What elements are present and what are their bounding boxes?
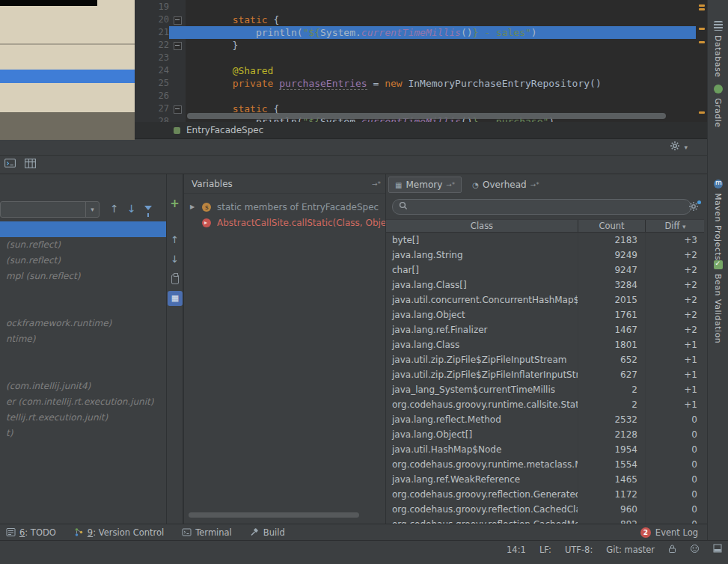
error-stripe-mark[interactable] (699, 111, 705, 114)
toolwindow-button-database[interactable]: Database (708, 21, 728, 78)
tab-pin-icon[interactable]: →* (446, 181, 455, 188)
stack-frame-row[interactable] (0, 363, 166, 378)
line-number[interactable]: 27 (135, 102, 169, 115)
lock-icon[interactable] (668, 544, 676, 554)
memory-table-row[interactable]: org.codehaus.groovy.runtime.metaclass.M1… (386, 457, 704, 472)
memory-table-row[interactable]: char[]9247+2 (386, 263, 704, 278)
settings-gear-icon[interactable] (670, 141, 680, 153)
encoding-widget[interactable]: UTF-8: (565, 544, 593, 556)
line-number[interactable]: 23 (135, 52, 169, 64)
statusbar-event-log[interactable]: 2 Event Log (640, 527, 698, 538)
toolwindow-button-bean-validation[interactable]: Bean Validation (708, 260, 728, 343)
editor-error-stripe[interactable] (696, 0, 707, 122)
stack-frame-row[interactable] (0, 221, 166, 237)
fold-marker-icon[interactable] (169, 102, 186, 115)
stack-frame-row[interactable] (0, 347, 166, 363)
chevron-down-icon[interactable]: ▾ (684, 144, 688, 151)
stack-frame-row[interactable]: er (com.intellij.rt.execution.junit) (0, 394, 166, 410)
combo-arrow-icon[interactable]: ▾ (85, 202, 99, 217)
toggle-toolwindows-icon[interactable] (713, 544, 722, 553)
table-view-icon[interactable] (24, 157, 37, 172)
memory-table-row[interactable]: java.lang.String9249+2 (386, 248, 704, 263)
line-number[interactable]: 22 (135, 39, 169, 52)
error-stripe-mark[interactable] (699, 4, 705, 7)
debug-session-tab[interactable]: EntryFacadeSpec (186, 125, 263, 135)
code-line[interactable]: 26 (135, 90, 696, 102)
copy-icon[interactable] (171, 275, 179, 284)
memory-search-field[interactable] (392, 199, 691, 215)
column-header-diff[interactable]: Diff ▾ (645, 220, 704, 232)
stack-frame-row[interactable]: ntime) (0, 331, 166, 347)
statusbar-todo[interactable]: 6: TODO (6, 527, 56, 538)
frame-up-icon[interactable]: ↑ (110, 203, 119, 215)
memory-table-row[interactable]: java.lang.Object1761+2 (386, 307, 704, 322)
line-number[interactable]: 20 (135, 13, 169, 26)
memory-table-row[interactable]: java.lang.reflect.Method25320 (386, 412, 704, 427)
filter-icon[interactable] (144, 206, 152, 210)
memory-table-row[interactable]: org.codehaus.groovy.reflection.Generated… (386, 487, 704, 502)
toolwindow-button-gradle[interactable]: Gradle (708, 85, 728, 128)
stack-frame-row[interactable] (0, 284, 166, 300)
stack-frame-row[interactable]: ockframework.runtime) (0, 316, 166, 331)
line-number[interactable]: 19 (135, 1, 169, 13)
memory-table-row[interactable]: java.lang.ref.Finalizer1467+2 (386, 322, 704, 337)
code-line[interactable]: 21 println("${System.currentTimeMillis()… (135, 26, 696, 39)
error-stripe-mark[interactable] (699, 28, 705, 30)
statusbar-build[interactable]: Build (250, 527, 285, 538)
variables-horizontal-scrollbar[interactable] (189, 512, 359, 518)
stack-frame-row[interactable]: (sun.reflect) (0, 237, 166, 253)
column-header-class[interactable]: Class (386, 220, 578, 232)
variables-method-node[interactable]: AbstractCallSite.callStatic(Class, Objec (184, 215, 385, 230)
line-number[interactable]: 25 (135, 77, 169, 90)
memory-table-row[interactable]: java.lang.ref.WeakReference14650 (386, 472, 704, 487)
code-line[interactable]: 19 (135, 1, 696, 13)
tab-memory[interactable]: ▦ Memory →* (388, 177, 462, 193)
fold-marker-icon[interactable] (169, 39, 186, 52)
error-stripe-mark[interactable] (699, 8, 705, 10)
code-editor[interactable]: 1920 static {21 println("${System.curren… (135, 0, 696, 122)
stack-frame-row[interactable]: mpl (sun.reflect) (0, 269, 166, 284)
stack-frame-row[interactable] (0, 300, 166, 316)
thread-selector-combo[interactable]: ▾ (0, 201, 100, 218)
expand-arrow-icon[interactable]: ▶ (190, 203, 198, 210)
toolwindow-button-maven[interactable]: Maven Projects (708, 180, 728, 260)
code-line[interactable]: 20 static { (135, 13, 696, 26)
memory-table-row[interactable]: java.lang.Class1801+1 (386, 337, 704, 352)
memory-table-row[interactable]: java.util.concurrent.ConcurrentHashMap$N… (386, 292, 704, 307)
caret-position[interactable]: 14:1 (507, 544, 526, 556)
line-number[interactable]: 26 (135, 90, 169, 102)
variables-static-node[interactable]: ▶ static members of EntryFacadeSpec (184, 199, 385, 215)
error-stripe-mark[interactable] (699, 41, 705, 43)
stack-frame-row[interactable]: (com.intellij.junit4) (0, 378, 166, 394)
memory-table-row[interactable]: java.lang.Class[]3284+2 (386, 278, 704, 292)
memory-table-row[interactable]: java.util.zip.ZipFile$ZipFileInflaterInp… (386, 367, 704, 382)
memory-table-row[interactable]: java.util.zip.ZipFile$ZipFileInputStream… (386, 352, 704, 367)
memory-table-row[interactable]: org.codehaus.groovy.reflection.CachedCla… (386, 502, 704, 517)
stack-frame-row[interactable]: (sun.reflect) (0, 253, 166, 269)
code-line[interactable]: 22 } (135, 39, 696, 52)
git-branch-widget[interactable]: Git: master (606, 544, 655, 556)
stack-frame-row[interactable]: tellij.rt.execution.junit) (0, 410, 166, 426)
tab-overhead[interactable]: ◔ Overhead →* (466, 177, 545, 193)
pin-icon[interactable]: →* (372, 174, 381, 194)
daemon-face-icon[interactable] (690, 544, 700, 554)
tab-pin-icon[interactable]: →* (530, 181, 539, 188)
line-ending-widget[interactable]: LF: (539, 544, 551, 556)
memory-settings-gear-icon[interactable] (688, 201, 700, 213)
add-watch-icon[interactable]: + (167, 197, 183, 210)
line-number[interactable]: 24 (135, 64, 169, 77)
memory-table-row[interactable]: java_lang_System$currentTimeMillis2+1 (386, 382, 704, 397)
statusbar-version-control[interactable]: 9: Version Control (74, 527, 164, 538)
move-up-icon[interactable]: ↑ (167, 234, 183, 245)
line-number[interactable]: 28 (135, 115, 169, 122)
editor-horizontal-scrollbar[interactable] (187, 113, 666, 119)
stack-frame-row[interactable]: t) (0, 426, 166, 441)
code-line[interactable]: 23 (135, 52, 696, 64)
memory-table-row[interactable]: java.util.HashMap$Node19540 (386, 442, 704, 457)
move-down-icon[interactable]: ↓ (167, 254, 183, 265)
memory-table-row[interactable]: org.codehaus.groovy.runtime.callsite.Sta… (386, 397, 704, 412)
code-line[interactable]: 25 private purchaseEntries = new InMemor… (135, 77, 696, 90)
column-header-count[interactable]: Count (578, 220, 645, 232)
memory-table-row[interactable]: byte[]2183+3 (386, 233, 704, 248)
line-number[interactable]: 21 (135, 26, 169, 39)
